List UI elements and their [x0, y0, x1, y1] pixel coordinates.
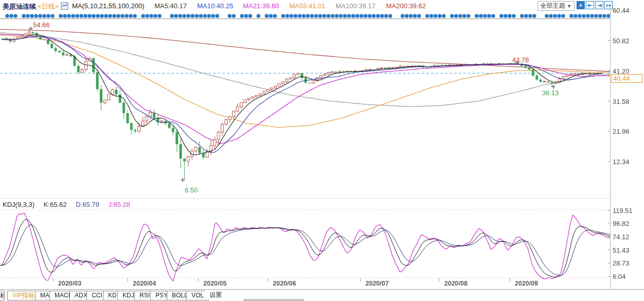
- x-axis-label: 2020/08: [444, 280, 467, 287]
- ma100-value: MA100:39.17: [336, 2, 375, 10]
- axis-vline: [610, 6, 611, 289]
- indicator-toolbar: 标 VIP指标 MA MACD ADX CCI KD KDJ RSI PSY B…: [0, 289, 644, 301]
- kline-chart-icon: [61, 2, 68, 11]
- ma21-value: MA21:39.60: [243, 2, 279, 10]
- kdj-axis-label: 51.43: [613, 246, 630, 254]
- high-marker-label: 43.78: [512, 56, 529, 64]
- horizontal-scrollbar-thumb[interactable]: [243, 299, 304, 301]
- price-axis-label: 60.44: [613, 7, 630, 14]
- ma10-value: MA10:40.25: [197, 2, 233, 10]
- price-axis-label: 50.82: [613, 37, 630, 45]
- price-tag-arrow-icon: ◂: [607, 73, 610, 78]
- kdj-axis-label: 119.51: [613, 207, 633, 215]
- theme-dropdown[interactable]: 全部主题 ▼: [537, 1, 575, 11]
- fit-width-icon[interactable]: ⇤: [586, 1, 594, 9]
- chevron-down-icon: ▼: [567, 4, 571, 9]
- price-axis-label: 21.96: [613, 128, 630, 135]
- kdj-axis-label: 28.73: [613, 259, 630, 267]
- step-forward-icon[interactable]: ↦: [604, 1, 613, 9]
- ma200-value: MA200:39.62: [386, 2, 426, 10]
- ma-settings-label: MA(5,10,21,55,100,200): [72, 2, 144, 10]
- last-price-tag: 40.44: [611, 74, 642, 83]
- kdj-header: KDJ(9,3,3) K:65.62 D:65.79 J:65.28: [3, 201, 137, 208]
- tab-settings[interactable]: 设置: [205, 291, 227, 299]
- toolbar-tab-partial[interactable]: 标: [0, 291, 5, 300]
- symbol-label: 美原油连续: [3, 2, 36, 11]
- kdj-d-value: D:65.79: [76, 201, 99, 208]
- kdj-k-value: K:65.62: [44, 201, 67, 208]
- low-marker-label: 36.13: [542, 89, 559, 97]
- panel-divider: [0, 198, 610, 199]
- price-axis-label: 12.34: [613, 158, 630, 166]
- price-axis-label: 31.58: [613, 98, 630, 105]
- crosshair-icon[interactable]: +: [577, 1, 585, 9]
- x-axis-label: 2020/06: [273, 280, 296, 287]
- ma55-value: MA55:41.01: [289, 2, 325, 10]
- ma5-value: MA5:40.17: [154, 2, 187, 10]
- price-chart-canvas[interactable]: [0, 13, 610, 200]
- kdj-title: KDJ(9,3,3): [3, 201, 34, 208]
- x-axis-label: 2020/05: [203, 280, 227, 287]
- x-axis-label: 2020/03: [58, 280, 81, 287]
- kdj-axis-label: 96.82: [613, 220, 630, 227]
- app-window: 美原油连续 <日线> MA(5,10,21,55,100,200) MA5:40…: [0, 0, 644, 301]
- pan-right-icon[interactable]: ⇥: [595, 1, 603, 9]
- theme-dropdown-label: 全部主题: [541, 2, 565, 9]
- period-label: <日线>: [38, 2, 59, 11]
- kdj-chart-canvas[interactable]: [0, 205, 610, 285]
- x-axis-label: 2020/09: [515, 280, 538, 287]
- x-axis-label: 2020/07: [365, 280, 389, 287]
- x-axis-label: 2020/04: [133, 280, 156, 287]
- chart-header: 美原油连续 <日线> MA(5,10,21,55,100,200) MA5:40…: [0, 0, 644, 13]
- high-marker-label: 54.66: [33, 21, 50, 29]
- kdj-axis-label: 74.12: [613, 233, 630, 241]
- kdj-axis-label: 6.04: [613, 273, 625, 280]
- low-marker-label: 6.50: [185, 186, 198, 194]
- kdj-j-value: J:65.28: [108, 201, 130, 208]
